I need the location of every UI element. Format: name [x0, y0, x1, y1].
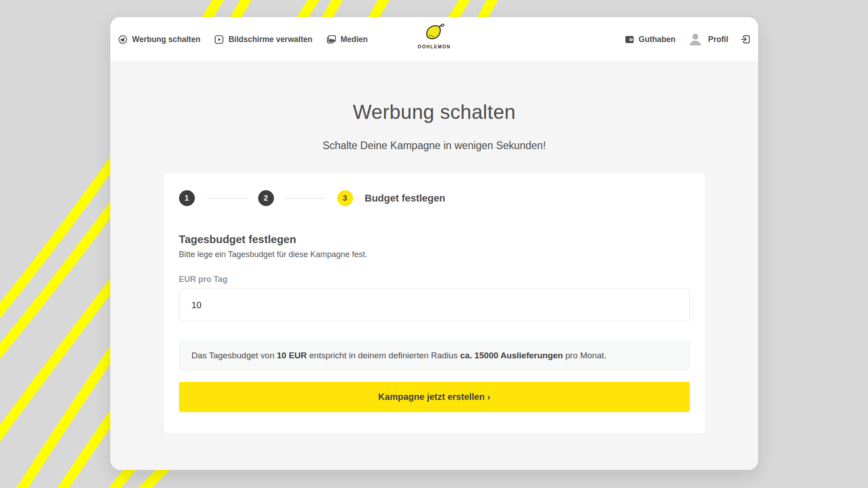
wallet-icon [624, 34, 635, 45]
nav-item-label: Profil [708, 35, 728, 44]
nav-item-label: Medien [340, 35, 368, 44]
budget-input-label: EUR pro Tag [179, 275, 690, 284]
budget-panel: 1 2 3 Budget festlegen Tagesbudget festl… [163, 173, 706, 434]
step-2-indicator: 2 [258, 190, 274, 206]
nav-item-medien[interactable]: Medien [326, 34, 368, 45]
nav-item-werbung-schalten[interactable]: Werbung schalten [118, 34, 200, 45]
step-3-indicator-active: 3 [337, 190, 353, 206]
video-play-icon [214, 34, 224, 45]
nav-item-bildschirme-verwalten[interactable]: Bildschirme verwalten [214, 34, 312, 45]
page-subtitle: Schalte Deine Kampagne in wenigen Sekund… [110, 140, 758, 152]
app-card: Werbung schalten Bildschirme verwalten [110, 17, 758, 470]
nav-left-group: Werbung schalten Bildschirme verwalten [118, 34, 368, 45]
nav-item-label: Bildschirme verwalten [228, 35, 312, 44]
section-description: Bitte lege ein Tagesbudget für diese Kam… [179, 250, 690, 259]
page-title: Werbung schalten [110, 101, 758, 123]
info-bold-deliveries: ca. 15000 Auslieferungen [460, 351, 563, 361]
nav-item-label: Guthaben [639, 35, 676, 44]
media-images-icon [326, 34, 336, 45]
avatar [687, 31, 703, 47]
section-heading: Tagesbudget festlegen [179, 233, 690, 246]
create-campaign-button[interactable]: Kampagne jetzt erstellen › [179, 382, 690, 412]
step-connector [207, 198, 246, 199]
step-connector [286, 198, 326, 199]
info-text: entspricht in deinem definierten Radius [307, 351, 460, 361]
logo-wordmark: OOHLEMON [418, 44, 451, 49]
step-1-indicator: 1 [179, 190, 195, 206]
oohlemon-logo[interactable]: OOHLEMON [418, 23, 451, 49]
top-nav: Werbung schalten Bildschirme verwalten [110, 17, 758, 62]
active-step-label: Budget festlegen [365, 192, 445, 204]
budget-info-box: Das Tagesbudget von 10 EUR entspricht in… [179, 341, 690, 370]
info-bold-budget: 10 EUR [277, 351, 307, 361]
nav-right-group: Guthaben Profil [624, 31, 751, 47]
nav-item-profil[interactable]: Profil [687, 31, 728, 47]
nav-item-label: Werbung schalten [132, 35, 200, 44]
info-text: Das Tagesbudget von [192, 351, 277, 361]
logout-icon [740, 34, 751, 45]
megaphone-burst-icon [118, 34, 128, 45]
logout-button[interactable] [740, 34, 751, 45]
nav-item-guthaben[interactable]: Guthaben [624, 34, 676, 45]
lemon-icon [423, 36, 445, 44]
info-text: pro Monat. [563, 351, 606, 361]
stepper: 1 2 3 Budget festlegen [179, 190, 690, 206]
budget-input[interactable] [179, 289, 690, 321]
